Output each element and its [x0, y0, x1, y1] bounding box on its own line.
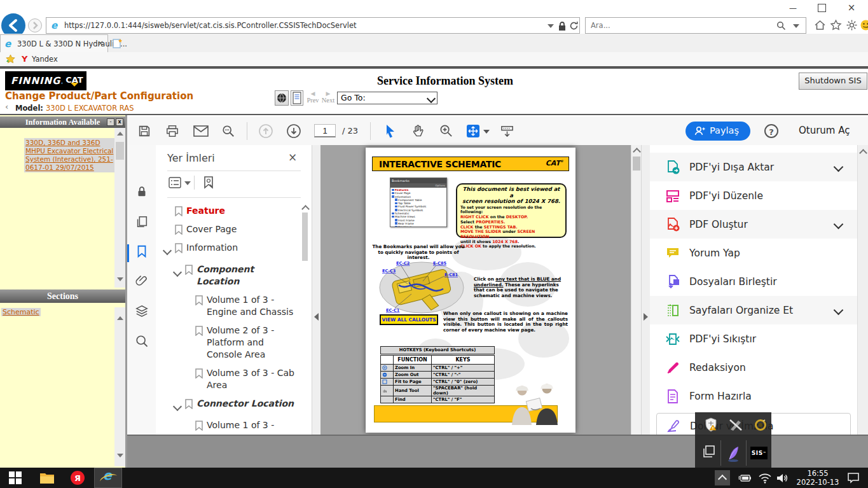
page-fit-dropdown-icon[interactable] — [483, 130, 490, 134]
options-dropdown-icon[interactable] — [184, 181, 191, 185]
scroll-thumb[interactable] — [302, 213, 308, 261]
select-tool-icon[interactable] — [383, 123, 397, 139]
forward-button[interactable] — [28, 18, 42, 32]
prev-button[interactable]: ◀ Prev — [306, 90, 320, 104]
copy-icon[interactable] — [701, 444, 716, 459]
tool-redact[interactable]: Redaksiyon — [650, 353, 857, 382]
print-icon[interactable] — [165, 124, 179, 138]
collapse-chevron-icon[interactable] — [173, 402, 182, 411]
pdf-page[interactable]: INTERACTIVE SCHEMATIC CAT® Bookmarks Opt… — [366, 148, 575, 433]
close-button[interactable]: × — [842, 2, 861, 13]
search-icon[interactable] — [776, 21, 786, 31]
help-icon[interactable]: ? — [764, 124, 778, 138]
bookmark-item-feature[interactable]: Feature — [163, 205, 298, 217]
bookmarks-tab-icon[interactable] — [135, 244, 149, 258]
scroll-down-icon[interactable] — [117, 454, 123, 457]
ie-taskbar-button[interactable]: e — [94, 468, 122, 488]
sign-in-link[interactable]: Oturum Aç — [799, 125, 850, 136]
scroll-up-icon[interactable] — [117, 316, 123, 320]
collapse-left-icon[interactable] — [314, 313, 319, 321]
pdf-canvas[interactable]: INTERACTIVE SCHEMATIC CAT® Bookmarks Opt… — [320, 145, 631, 468]
favorites-star-icon[interactable] — [830, 19, 842, 31]
view-all-callouts-button[interactable]: VIEW ALL CALLOUTS — [380, 314, 438, 325]
new-tab-button[interactable] — [112, 38, 123, 49]
schematic-globe-button[interactable] — [275, 90, 289, 106]
expand-chevron-icon[interactable] — [834, 220, 844, 230]
shutdown-sis-button[interactable]: Shutdown SIS — [799, 73, 867, 90]
page-number-input[interactable] — [314, 124, 336, 137]
bookmarks-close-icon[interactable]: × — [288, 151, 297, 164]
model-back-arrow[interactable]: ‹ — [5, 102, 8, 111]
scroll-up-icon[interactable] — [117, 132, 123, 136]
collapse-chevron-icon[interactable] — [173, 268, 182, 277]
bookmark-item-volume1-engine[interactable]: Volume 1 of 3 - Engine and Chassis — [195, 294, 298, 318]
add-favorite-icon[interactable] — [5, 54, 16, 65]
collapse-chevron-icon[interactable] — [163, 246, 172, 255]
layers-icon[interactable] — [135, 304, 149, 318]
sidebar-scrollbar-lower[interactable] — [114, 307, 125, 466]
display-settings-icon[interactable] — [500, 124, 514, 139]
zoom-in-icon[interactable] — [439, 123, 453, 138]
share-button[interactable]: Paylaş — [685, 122, 750, 141]
scroll-up-icon[interactable] — [633, 148, 641, 156]
security-badge-icon[interactable] — [754, 418, 768, 432]
shield-warning-icon[interactable] — [703, 417, 719, 433]
panel-minimize-button[interactable]: - — [107, 118, 114, 126]
yandex-browser-icon[interactable]: Я — [70, 470, 85, 485]
expand-chevron-icon[interactable] — [834, 305, 844, 316]
pen-disabled-icon[interactable] — [728, 418, 745, 432]
refresh-icon[interactable] — [569, 21, 579, 31]
search-document-icon[interactable] — [221, 124, 235, 138]
lock-tool-icon[interactable] — [135, 185, 149, 199]
minimize-button[interactable]: — — [783, 3, 803, 14]
start-button[interactable] — [9, 471, 22, 484]
search-box[interactable] — [585, 17, 806, 34]
panel-search-icon[interactable] — [135, 334, 149, 348]
panel-close-button[interactable]: x — [116, 118, 123, 126]
doc-link[interactable]: 330D, 336D and 336D MHPU Excavator Elect… — [24, 138, 117, 172]
scroll-thumb[interactable] — [633, 157, 640, 171]
address-bar[interactable]: e — [46, 17, 580, 34]
browser-tab[interactable]: e 330D L & 330D N Hydraulic ... × — [0, 34, 108, 52]
collapse-right-icon[interactable] — [644, 313, 648, 321]
page-fit-icon[interactable] — [465, 123, 481, 139]
file-explorer-icon[interactable] — [39, 471, 55, 485]
feedback-smiley-icon[interactable] — [860, 19, 868, 31]
tray-show-hidden-button[interactable] — [715, 470, 730, 485]
bookmark-item-volume3-cab[interactable]: Volume 3 of 3 - Cab Area — [195, 367, 298, 391]
search-dropdown-icon[interactable] — [793, 24, 799, 28]
tool-organize-pages[interactable]: Sayfaları Organize Et — [650, 296, 857, 324]
bookmarks-options-icon[interactable] — [169, 177, 181, 188]
document-scrollbar[interactable] — [631, 145, 642, 468]
add-bookmark-icon[interactable] — [201, 175, 216, 190]
scroll-up-icon[interactable] — [859, 149, 867, 157]
save-icon[interactable] — [137, 124, 151, 138]
tool-comment[interactable]: Yorum Yap — [650, 239, 857, 267]
taskbar-clock[interactable]: 16:55 2022-10-13 — [792, 469, 843, 487]
bookmark-item-component-location[interactable]: Component Location — [174, 263, 298, 288]
model-value[interactable]: 330D L EXCAVATOR RAS — [46, 104, 134, 113]
expand-chevron-icon[interactable] — [834, 162, 844, 172]
tools-scrollbar[interactable] — [857, 145, 868, 468]
tool-export-pdf[interactable]: PDF'yi Dışa Aktar — [650, 153, 857, 181]
favorite-yandex[interactable]: Yandex — [32, 55, 58, 64]
schematic-link[interactable]: Schematic — [1, 308, 41, 316]
sis-logo[interactable]: SIS™ — [750, 447, 768, 459]
goto-select[interactable]: Go To: — [337, 92, 437, 104]
action-center-icon[interactable] — [847, 472, 860, 484]
change-config-link[interactable]: Change Product/Part Configuration — [5, 90, 193, 102]
sidebar-scrollbar-upper[interactable] — [114, 128, 125, 288]
home-icon[interactable] — [814, 19, 826, 31]
wifi-icon[interactable] — [758, 473, 772, 484]
tool-create-pdf[interactable]: PDF Oluştur — [650, 210, 857, 239]
document-button[interactable] — [291, 90, 303, 106]
attachments-icon[interactable] — [135, 274, 149, 288]
hand-tool-icon[interactable] — [411, 123, 425, 138]
bookmark-item-connector-location[interactable]: Connector Location — [174, 398, 298, 413]
feather-icon[interactable] — [726, 443, 742, 462]
restore-button[interactable] — [818, 4, 826, 12]
previous-page-icon[interactable] — [258, 123, 273, 139]
bookmark-item-information[interactable]: Information — [163, 242, 298, 257]
email-icon[interactable] — [193, 125, 209, 137]
tool-prepare-form[interactable]: Form Hazırla — [650, 382, 857, 410]
